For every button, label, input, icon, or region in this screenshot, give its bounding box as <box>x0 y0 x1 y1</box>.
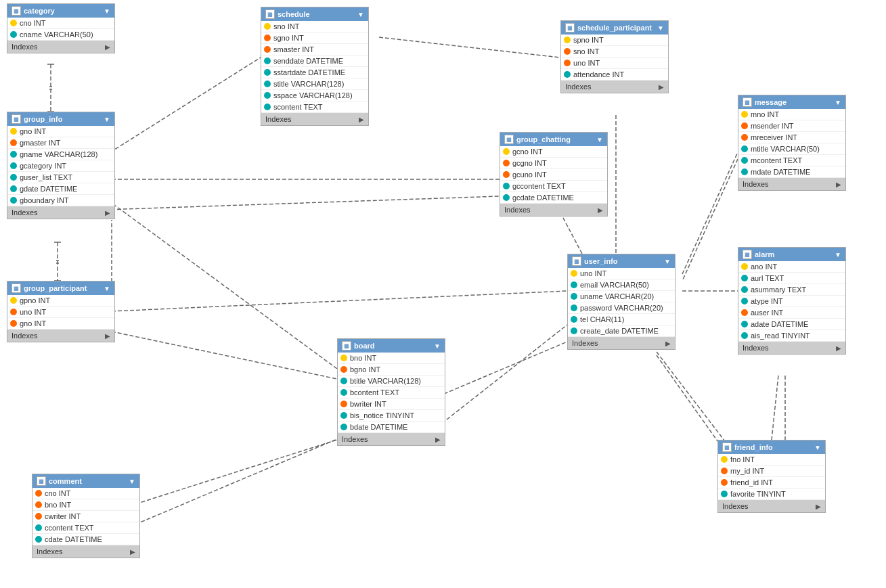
pk-icon <box>721 456 728 463</box>
table-footer[interactable]: Indexes ▶ <box>738 342 845 354</box>
field-type-icon <box>264 69 271 76</box>
table-group-participant: ▦ group_participant ▼ gpno INT uno INT g… <box>7 281 115 342</box>
field-type-icon <box>503 183 510 189</box>
field-type-icon <box>741 275 748 281</box>
field-type-icon <box>264 58 271 64</box>
field-name: ccontent TEXT <box>45 524 94 532</box>
field-row: mreceiver INT <box>738 132 845 143</box>
field-row: email VARCHAR(50) <box>568 279 675 291</box>
dropdown-icon[interactable]: ▼ <box>657 24 664 32</box>
field-row: gcdate DATETIME <box>500 192 607 204</box>
field-name: create_date DATETIME <box>580 327 659 335</box>
table-footer[interactable]: Indexes ▶ <box>500 204 607 216</box>
field-name: gcgno INT <box>512 159 547 167</box>
field-name: bcontent TEXT <box>350 388 399 397</box>
footer-arrow: ▶ <box>130 548 135 556</box>
field-row: gname VARCHAR(128) <box>7 149 114 160</box>
field-name: ais_read TINYINT <box>751 332 810 340</box>
dropdown-icon[interactable]: ▼ <box>104 285 110 292</box>
field-row: atype INT <box>738 296 845 307</box>
field-type-icon <box>340 412 347 419</box>
table-footer[interactable]: Indexes ▶ <box>261 113 368 125</box>
indexes-label: Indexes <box>12 43 38 51</box>
dropdown-icon[interactable]: ▼ <box>104 116 110 123</box>
field-type-icon <box>571 316 577 323</box>
table-board: ▦ board ▼ bno INT bgno INT btitle VARCHA… <box>337 338 445 446</box>
dropdown-icon[interactable]: ▼ <box>835 251 841 258</box>
field-name: asummary TEXT <box>751 286 806 294</box>
field-type-icon <box>35 524 42 531</box>
field-type-icon <box>741 145 748 152</box>
footer-arrow: ▶ <box>659 83 664 91</box>
dropdown-icon[interactable]: ▼ <box>814 444 821 451</box>
pk-icon <box>10 128 17 135</box>
dropdown-icon[interactable]: ▼ <box>104 7 110 15</box>
svg-line-18 <box>112 332 337 379</box>
field-name: guser_list TEXT <box>20 173 72 181</box>
field-row: gdate DATETIME <box>7 183 114 195</box>
table-header-alarm: ▦ alarm ▼ <box>738 248 845 261</box>
field-type-icon <box>741 298 748 304</box>
field-name: bwriter INT <box>350 400 386 408</box>
dropdown-icon[interactable]: ▼ <box>357 11 364 18</box>
field-name: gccontent TEXT <box>512 182 566 190</box>
field-type-icon <box>503 194 510 201</box>
table-footer[interactable]: Indexes ▶ <box>7 41 114 53</box>
dropdown-icon[interactable]: ▼ <box>434 342 441 350</box>
field-name: bno INT <box>45 501 71 509</box>
table-icon: ▦ <box>565 23 575 32</box>
field-row: auser INT <box>738 307 845 319</box>
dropdown-icon[interactable]: ▼ <box>596 136 603 143</box>
field-type-icon <box>721 491 728 497</box>
table-footer[interactable]: Indexes ▶ <box>718 500 825 512</box>
field-row: cno INT <box>32 488 139 499</box>
table-footer[interactable]: Indexes ▶ <box>738 178 845 190</box>
field-row: stitle VARCHAR(128) <box>261 78 368 90</box>
table-footer[interactable]: Indexes ▶ <box>338 433 445 445</box>
table-header-category: ▦ category ▼ <box>7 4 114 18</box>
indexes-label: Indexes <box>743 180 769 188</box>
table-footer[interactable]: Indexes ▶ <box>568 337 675 349</box>
dropdown-icon[interactable]: ▼ <box>129 478 135 485</box>
field-type-icon <box>10 174 17 181</box>
svg-line-21 <box>135 440 337 504</box>
field-type-icon <box>571 304 577 311</box>
pk-icon <box>741 263 748 270</box>
table-icon: ▦ <box>722 443 732 452</box>
field-row: create_date DATETIME <box>568 325 675 337</box>
field-row: scontent TEXT <box>261 101 368 113</box>
pk-icon <box>571 270 577 277</box>
field-row: ano INT <box>738 261 845 273</box>
table-footer[interactable]: Indexes ▶ <box>561 81 668 93</box>
fk-icon <box>564 48 571 55</box>
field-name: mreceiver INT <box>751 133 797 141</box>
field-row: gccontent TEXT <box>500 181 607 192</box>
fk-icon <box>503 171 510 178</box>
table-footer[interactable]: Indexes ▶ <box>32 545 139 558</box>
table-title: schedule <box>278 10 310 18</box>
field-name: cwriter INT <box>45 512 81 520</box>
dropdown-icon[interactable]: ▼ <box>664 258 671 265</box>
field-name: cdate DATETIME <box>45 535 102 543</box>
field-row: gpno INT <box>7 295 114 307</box>
table-title: group_participant <box>24 284 87 292</box>
field-row: bno INT <box>32 499 139 511</box>
table-schedule-participant: ▦ schedule_participant ▼ spno INT sno IN… <box>560 20 669 93</box>
table-icon: ▦ <box>12 114 21 124</box>
field-type-icon <box>10 197 17 204</box>
field-name: btitle VARCHAR(128) <box>350 377 421 385</box>
fk-icon <box>10 139 17 146</box>
field-name: spno INT <box>573 36 604 44</box>
field-name: sgno INT <box>273 34 304 42</box>
field-row: bis_notice TINYINT <box>338 410 445 422</box>
footer-arrow: ▶ <box>105 332 110 340</box>
field-row: password VARCHAR(20) <box>568 302 675 314</box>
table-footer[interactable]: Indexes ▶ <box>7 206 114 219</box>
footer-arrow: ▶ <box>435 436 441 443</box>
footer-arrow: ▶ <box>105 209 110 217</box>
fk-icon <box>10 309 17 315</box>
indexes-label: Indexes <box>722 502 749 510</box>
table-footer[interactable]: Indexes ▶ <box>7 330 114 342</box>
dropdown-icon[interactable]: ▼ <box>835 99 841 106</box>
field-name: attendance INT <box>573 70 624 78</box>
